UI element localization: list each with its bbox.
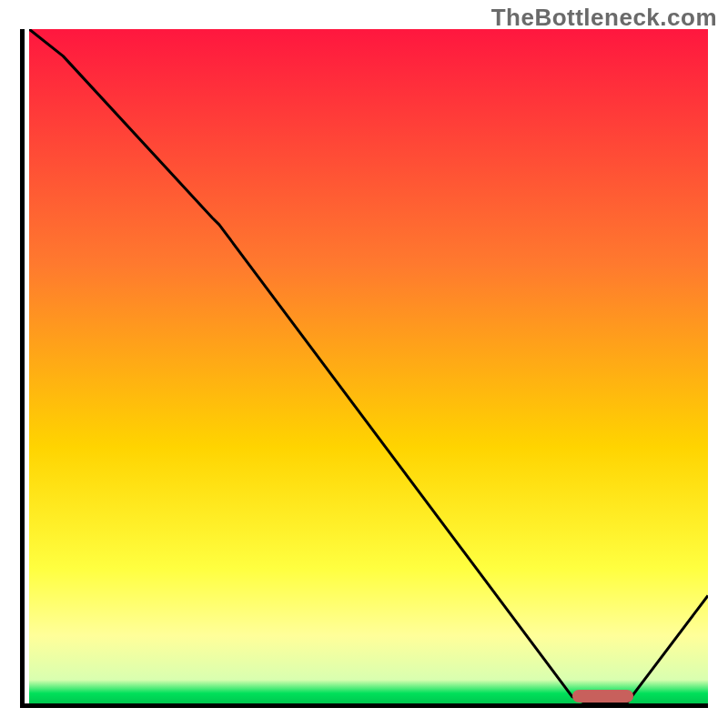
bottleneck-curve [29,29,708,703]
optimum-marker [572,690,633,703]
plot-area [20,29,708,708]
chart-stage: TheBottleneck.com [0,0,728,728]
watermark-text: TheBottleneck.com [491,4,717,32]
